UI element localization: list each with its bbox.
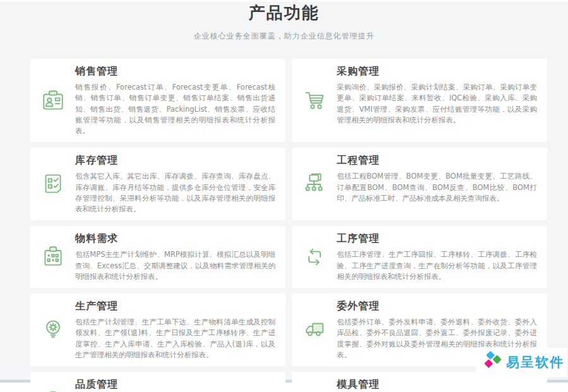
feature-card-process: 工序管理 包括工序管理、生产工序回报、工序移转、工序调拨、工序检验、工序生产进度… bbox=[292, 226, 547, 288]
id-badge-icon bbox=[39, 64, 67, 136]
feature-card-material-requirements: 物料需求 包括MPS主生产计划维护、MRP模拟计算、模拟汇总以及明细查询、Exc… bbox=[30, 226, 286, 288]
card-title: 工程管理 bbox=[337, 154, 537, 167]
card-title: 委外管理 bbox=[337, 300, 537, 313]
shopping-cart-icon bbox=[301, 64, 329, 136]
feature-cards-grid: 销售管理 销售报价、Forecast订单、Forecast变更单、Forecas… bbox=[30, 59, 547, 392]
quality-clipboard-icon bbox=[39, 377, 67, 392]
feature-card-purchasing: 采购管理 采购询价、采购报价、采购计划结案、采购订单、采购订单变更单、采购订单结… bbox=[292, 59, 547, 142]
card-description: 包括生产计划管理、生产工单下达、生产物料清单生成及控制领发料、生产领(退)料、生… bbox=[75, 317, 275, 360]
page-subtitle: 企业核心业务全面覆盖，助力企业信息化管理提升 bbox=[0, 31, 568, 42]
feature-card-production: 生产管理 包括生产计划管理、生产工单下达、生产物料清单生成及控制领发料、生产领(… bbox=[30, 294, 286, 366]
feature-card-quality: 品质管理 IQC、FQC、OQC、IPQC品质管理，涵盖了从原材料入仓、生产巡检… bbox=[30, 372, 286, 392]
bulb-gear-icon bbox=[39, 299, 67, 360]
card-title: 物料需求 bbox=[75, 232, 275, 246]
feature-card-engineering: 工程管理 包括工程BOM管理、BOM变更、BOM批量变更、工艺路线、订单配置BO… bbox=[292, 148, 547, 220]
page-title: 产品功能 bbox=[0, 2, 568, 24]
card-description: 包括工程BOM管理、BOM变更、BOM批量变更、工艺路线、订单配置BOM、BOM… bbox=[337, 171, 537, 204]
card-description: 采购询价、采购报价、采购计划结案、采购订单、采购订单变更单、采购订单结案、来料暂… bbox=[337, 82, 537, 126]
truck-icon bbox=[301, 299, 329, 360]
bom-tree-icon bbox=[301, 153, 329, 215]
brand-logo-icon bbox=[480, 349, 504, 376]
card-description: 包含其它入库、其它出库、库存调拨、库存查询、库存盘点、库存调账、库存月结等功能，… bbox=[75, 171, 275, 215]
card-title: 生产管理 bbox=[75, 300, 275, 313]
card-title: 品质管理 bbox=[75, 378, 275, 391]
mold-parts-icon bbox=[301, 377, 329, 392]
card-description: 包括工序管理、生产工序回报、工序移转、工序调拨、工序检验、工序生产进度查询，生产… bbox=[337, 249, 537, 282]
card-title: 销售管理 bbox=[75, 65, 275, 78]
card-title: 库存管理 bbox=[75, 154, 275, 167]
feature-card-sales: 销售管理 销售报价、Forecast订单、Forecast变更单、Forecas… bbox=[30, 59, 286, 142]
card-title: 采购管理 bbox=[337, 65, 537, 78]
calendar-icon bbox=[39, 231, 67, 282]
feature-card-inventory: 库存管理 包含其它入库、其它出库、库存调拨、库存查询、库存盘点、库存调账、库存月… bbox=[30, 148, 286, 220]
card-description: 包括MPS主生产计划维护、MRP模拟计算、模拟汇总以及明细查询、Excess汇总… bbox=[75, 249, 275, 282]
card-title: 工序管理 bbox=[337, 232, 537, 246]
card-title: 模具管理 bbox=[337, 378, 537, 391]
product-features-section: 产品功能 企业核心业务全面覆盖，助力企业信息化管理提升 销售管理 销售报价、Fo… bbox=[0, 2, 568, 379]
brand-name: 易呈软件 bbox=[506, 353, 564, 371]
brand-watermark: 易呈软件 bbox=[476, 348, 567, 377]
checklist-icon bbox=[39, 153, 67, 215]
card-description: 销售报价、Forecast订单、Forecast变更单、Forecast核销、销… bbox=[75, 82, 275, 136]
process-flow-icon bbox=[301, 231, 329, 282]
